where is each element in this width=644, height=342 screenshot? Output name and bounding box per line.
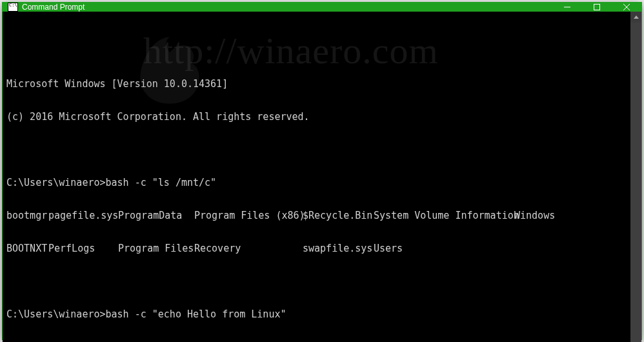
- scroll-up-button[interactable]: [630, 12, 641, 23]
- maximize-button[interactable]: [582, 3, 612, 12]
- window-controls: [552, 3, 641, 12]
- minimize-icon: [564, 4, 570, 10]
- copyright-line: (c) 2016 Microsoft Corporation. All righ…: [6, 112, 630, 123]
- cmd-icon: [8, 3, 18, 12]
- close-button[interactable]: [612, 3, 641, 12]
- terminal-output[interactable]: http://winaero.com Microsoft Windows [Ve…: [3, 12, 630, 342]
- version-line: Microsoft Windows [Version 10.0.14361]: [6, 79, 630, 90]
- prompt-line-2: C:\Users\winaero>bash -c "echo Hello fro…: [6, 309, 630, 320]
- close-icon: [623, 4, 630, 10]
- command-prompt-window: Command Prompt http://winaero.com Micros…: [2, 2, 642, 340]
- ls-output-row-1: bootmgrpagefile.sysProgramDataProgram Fi…: [6, 210, 630, 221]
- maximize-icon: [594, 4, 600, 10]
- watermark-text: http://winaero.com: [143, 45, 439, 56]
- ls-output-row-2: BOOTNXTPerfLogsProgram FilesRecoveryswap…: [6, 243, 630, 254]
- vertical-scrollbar[interactable]: [630, 12, 641, 342]
- window-title: Command Prompt: [22, 3, 85, 12]
- watermark-logo: [131, 31, 208, 108]
- prompt-line-1: C:\Users\winaero>bash -c "ls /mnt/c": [6, 177, 630, 188]
- chevron-up-icon: [634, 15, 639, 19]
- titlebar[interactable]: Command Prompt: [3, 3, 641, 12]
- minimize-button[interactable]: [552, 3, 582, 12]
- scroll-track[interactable]: [630, 23, 641, 342]
- client-area: http://winaero.com Microsoft Windows [Ve…: [3, 12, 641, 342]
- svg-rect-0: [594, 5, 600, 10]
- scroll-thumb[interactable]: [630, 23, 641, 342]
